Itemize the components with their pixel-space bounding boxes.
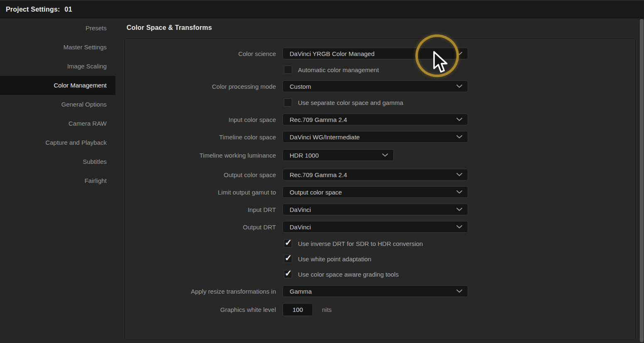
dropdown-value: Rec.709 Gamma 2.4 xyxy=(290,116,347,123)
timeline-color-space-row: Timeline color space DaVinci WG/Intermed… xyxy=(125,131,635,143)
field-label: Limit output gamut to xyxy=(125,189,276,196)
checkbox-label: Use separate color space and gamma xyxy=(298,99,403,106)
output-drt-dropdown[interactable]: DaVinci xyxy=(283,221,468,233)
checkbox-label: Automatic color management xyxy=(298,66,379,73)
resize-transformations-dropdown[interactable]: Gamma xyxy=(283,285,468,297)
output-color-space-row: Output color space Rec.709 Gamma 2.4 xyxy=(125,169,635,180)
chevron-down-icon xyxy=(456,118,462,121)
separate-color-space-gamma-row: Use separate color space and gamma xyxy=(125,97,635,107)
dropdown-value: DaVinci YRGB Color Managed xyxy=(290,50,375,57)
checkbox-label: Use color space aware grading tools xyxy=(298,271,399,278)
field-label: Color processing mode xyxy=(125,83,276,90)
dropdown-value: Rec.709 Gamma 2.4 xyxy=(290,171,347,178)
sidebar-item-capture-and-playback[interactable]: Capture and Playback xyxy=(0,133,117,152)
section-heading: Color Space & Transforms xyxy=(127,24,212,32)
chevron-down-icon xyxy=(456,173,462,176)
color-science-row: Color science DaVinci YRGB Color Managed xyxy=(125,48,635,59)
sidebar-item-subtitles[interactable]: Subtitles xyxy=(0,152,117,171)
input-color-space-row: Input color space Rec.709 Gamma 2.4 xyxy=(125,114,635,125)
sidebar-item-master-settings[interactable]: Master Settings xyxy=(0,38,117,57)
dropdown-value: DaVinci xyxy=(290,206,311,213)
field-label: Timeline color space xyxy=(125,134,276,141)
dropdown-value: Output color space xyxy=(290,189,342,196)
field-label: Graphics white level xyxy=(125,306,276,313)
timeline-color-space-dropdown[interactable]: DaVinci WG/Intermediate xyxy=(283,131,468,143)
checkbox-label: Use white point adaptation xyxy=(298,255,371,263)
field-label: Color science xyxy=(125,50,276,57)
dropdown-value: Gamma xyxy=(290,288,312,295)
dialog-titlebar: Project Settings: 01 xyxy=(0,0,644,18)
checkbox-label: Use inverse DRT for SDR to HDR conversio… xyxy=(298,240,423,247)
dropdown-value: DaVinci xyxy=(290,224,311,231)
output-drt-row: Output DRT DaVinci xyxy=(125,221,635,233)
automatic-color-management-row: Automatic color management xyxy=(125,65,635,75)
vertical-scrollbar[interactable] xyxy=(640,19,644,342)
sidebar-item-fairlight[interactable]: Fairlight xyxy=(0,171,117,190)
dropdown-value: Custom xyxy=(290,83,311,90)
field-label: Timeline working luminance xyxy=(125,152,276,159)
input-drt-dropdown[interactable]: DaVinci xyxy=(283,204,468,215)
chevron-down-icon xyxy=(456,225,462,229)
units-label: nits xyxy=(322,306,332,313)
mouse-cursor-icon xyxy=(433,51,449,75)
use-separate-color-space-gamma-checkbox[interactable] xyxy=(284,98,292,107)
color-processing-mode-row: Color processing mode Custom xyxy=(125,80,635,92)
field-label: Input color space xyxy=(125,116,276,123)
inverse-drt-row: Use inverse DRT for SDR to HDR conversio… xyxy=(125,238,635,248)
use-color-space-aware-grading-checkbox[interactable] xyxy=(284,270,292,278)
color-processing-mode-dropdown[interactable]: Custom xyxy=(283,80,468,92)
field-label: Apply resize transformations in xyxy=(125,288,276,295)
sidebar-item-color-management[interactable]: Color Management xyxy=(0,76,115,95)
settings-sidebar: Presets Master Settings Image Scaling Co… xyxy=(0,19,117,190)
chevron-down-icon xyxy=(456,190,462,194)
white-point-adaptation-row: Use white point adaptation xyxy=(125,254,635,264)
automatic-color-management-checkbox[interactable] xyxy=(284,66,292,74)
sidebar-item-image-scaling[interactable]: Image Scaling xyxy=(0,57,117,76)
dropdown-value: HDR 1000 xyxy=(290,152,319,159)
input-color-space-dropdown[interactable]: Rec.709 Gamma 2.4 xyxy=(283,114,468,125)
chevron-down-icon xyxy=(382,153,388,157)
sidebar-item-camera-raw[interactable]: Camera RAW xyxy=(0,114,117,133)
input-drt-row: Input DRT DaVinci xyxy=(125,204,635,215)
chevron-down-icon xyxy=(456,208,462,211)
sidebar-item-general-options[interactable]: General Options xyxy=(0,95,117,114)
dialog-title: Project Settings: xyxy=(6,6,60,13)
color-space-aware-grading-row: Use color space aware grading tools xyxy=(125,269,635,279)
color-space-transforms-panel: Color science DaVinci YRGB Color Managed… xyxy=(124,38,636,340)
field-label: Output DRT xyxy=(125,224,276,231)
field-label: Output color space xyxy=(125,171,276,178)
sidebar-item-presets[interactable]: Presets xyxy=(0,19,117,38)
timeline-working-luminance-row: Timeline working luminance HDR 1000 xyxy=(125,149,635,161)
graphics-white-level-row: Graphics white level nits xyxy=(125,303,635,316)
dropdown-value: DaVinci WG/Intermediate xyxy=(290,134,360,141)
limit-output-gamut-dropdown[interactable]: Output color space xyxy=(283,186,468,198)
chevron-down-icon xyxy=(456,85,462,88)
limit-output-gamut-row: Limit output gamut to Output color space xyxy=(125,186,635,198)
graphics-white-level-input[interactable] xyxy=(283,303,313,316)
timeline-working-luminance-dropdown[interactable]: HDR 1000 xyxy=(283,149,394,161)
resize-transformations-row: Apply resize transformations in Gamma xyxy=(125,285,635,297)
chevron-down-icon xyxy=(456,135,462,139)
output-color-space-dropdown[interactable]: Rec.709 Gamma 2.4 xyxy=(283,169,468,180)
chevron-down-icon xyxy=(456,289,462,293)
field-label: Input DRT xyxy=(125,206,276,213)
use-inverse-drt-checkbox[interactable] xyxy=(284,239,292,248)
project-number: 01 xyxy=(65,6,72,13)
use-white-point-adaptation-checkbox[interactable] xyxy=(284,255,292,263)
